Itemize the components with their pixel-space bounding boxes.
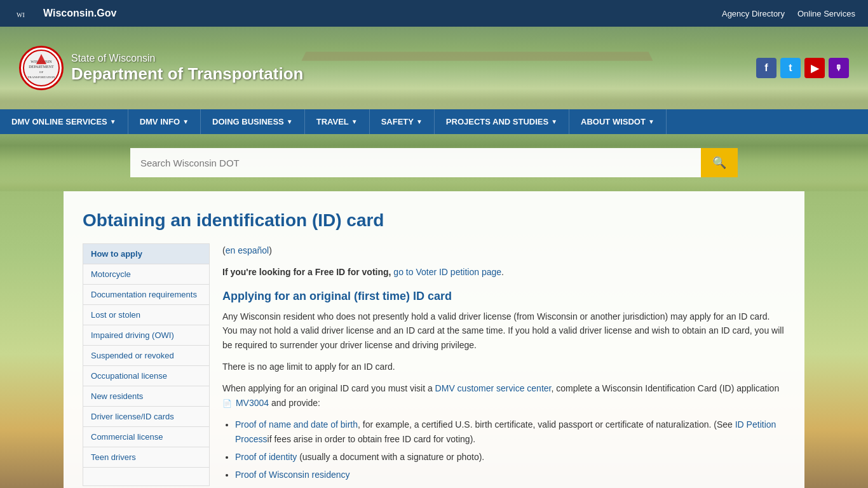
sidebar-item-new-residents[interactable]: New residents <box>83 386 209 407</box>
dmv-customer-service-link[interactable]: DMV customer service center <box>435 383 552 393</box>
facebook-icon[interactable]: f <box>756 58 776 78</box>
sidebar-item-teen-drivers[interactable]: Teen drivers <box>83 447 209 468</box>
nav-doing-business[interactable]: DOING BUSINESS ▼ <box>201 109 305 134</box>
dept-logo: WISCONSIN DEPARTMENT OF TRANSPORTATION S… <box>19 46 303 90</box>
nav-arrow: ▼ <box>351 118 358 125</box>
online-services-link[interactable]: Online Services <box>797 9 855 18</box>
para1: Any Wisconsin resident who does not pres… <box>222 309 785 352</box>
podcast-icon[interactable]: 🎙 <box>829 58 849 78</box>
dept-text: State of Wisconsin Department of Transpo… <box>71 53 303 84</box>
agency-directory-link[interactable]: Agency Directory <box>722 9 785 18</box>
dept-name: Department of Transportation <box>71 64 303 84</box>
nav-arrow: ▼ <box>648 118 654 125</box>
para3-prefix: When applying for an original ID card yo… <box>222 383 433 393</box>
nav-arrow: ▼ <box>182 118 189 125</box>
sidebar-item-lost-stolen[interactable]: Lost or stolen <box>83 305 209 325</box>
sidebar-item-suspended-revoked[interactable]: Suspended or revoked <box>83 346 209 366</box>
proof-name-link[interactable]: Proof of name and date of birth <box>235 419 358 430</box>
para3-middle: , complete a Wisconsin Identification Ca… <box>551 383 779 393</box>
nav-arrow: ▼ <box>416 118 423 125</box>
para3-suffix: and provide: <box>271 398 320 408</box>
requirement-2: Proof of identity (usually a document wi… <box>235 450 785 464</box>
svg-text:WI: WI <box>17 11 25 18</box>
nav-dmv-online-services[interactable]: DMV ONLINE SERVICES ▼ <box>0 109 128 134</box>
wisconsin-gov-logo: WI <box>13 4 38 23</box>
nav-arrow: ▼ <box>551 118 557 125</box>
requirement-1: Proof of name and date of birth, for exa… <box>235 417 785 446</box>
social-icons: f t ▶ 🎙 <box>756 58 849 78</box>
dept-logo-circle: WISCONSIN DEPARTMENT OF TRANSPORTATION <box>19 46 64 90</box>
twitter-icon[interactable]: t <box>780 58 801 78</box>
nav-travel[interactable]: TRAVEL ▼ <box>305 109 370 134</box>
requirement-3: Proof of Wisconsin residency <box>235 468 785 482</box>
sidebar-item-commercial[interactable]: Commercial license <box>83 427 209 447</box>
voter-id-link[interactable]: go to Voter ID petition page <box>393 267 501 277</box>
spanish-link[interactable]: en español <box>226 245 269 255</box>
nav-projects-studies[interactable]: PROJECTS AND STUDIES ▼ <box>435 109 569 134</box>
svg-text:OF: OF <box>39 71 44 74</box>
site-name: Wisconsin.Gov <box>43 8 116 19</box>
sidebar: How to apply Motorcycle Documentation re… <box>83 243 210 486</box>
search-container: 🔍 <box>130 148 738 177</box>
free-id-paragraph: If you're looking for a Free ID for voti… <box>222 265 785 279</box>
sidebar-item-impaired-driving[interactable]: Impaired driving (OWI) <box>83 325 209 346</box>
proof-identity-link[interactable]: Proof of identity <box>235 452 297 462</box>
page-title: Obtaining an identification (ID) card <box>83 210 785 231</box>
youtube-icon[interactable]: ▶ <box>804 58 825 78</box>
main-navigation: DMV ONLINE SERVICES ▼ DMV INFO ▼ DOING B… <box>0 109 868 134</box>
section1-title: Applying for an original (first time) ID… <box>222 290 785 303</box>
sidebar-item-occupational[interactable]: Occupational license <box>83 366 209 386</box>
sidebar-item-motorcycle[interactable]: Motorcycle <box>83 264 209 285</box>
bullet2-suffix: (usually a document with a signature or … <box>299 452 484 462</box>
para3: When applying for an original ID card yo… <box>222 381 785 410</box>
proof-residency-link[interactable]: Proof of Wisconsin residency <box>235 470 350 480</box>
bullet1-suffix2: if fees arise in order to obtain free ID… <box>268 434 476 444</box>
nav-arrow: ▼ <box>110 118 116 125</box>
bullet1-suffix: , for example, a certified U.S. birth ce… <box>358 419 733 430</box>
content-area: Obtaining an identification (ID) card Ho… <box>64 191 804 488</box>
search-button[interactable]: 🔍 <box>701 148 738 177</box>
sidebar-item-driver-license[interactable]: Driver license/ID cards <box>83 407 209 427</box>
nav-safety[interactable]: SAFETY ▼ <box>370 109 435 134</box>
sidebar-item-how-to-apply[interactable]: How to apply <box>83 244 209 264</box>
free-id-notice-text: If you're looking for a Free ID for voti… <box>222 267 391 277</box>
svg-text:DEPARTMENT: DEPARTMENT <box>29 65 54 69</box>
sidebar-item-documentation[interactable]: Documentation requirements <box>83 285 209 305</box>
top-nav-links: Agency Directory Online Services <box>722 9 855 18</box>
mv3004-link[interactable]: MV3004 <box>236 398 269 408</box>
voter-link-suffix: . <box>501 267 504 277</box>
nav-arrow: ▼ <box>287 118 293 125</box>
nav-about-wisdot[interactable]: ABOUT WISDOT ▼ <box>569 109 667 134</box>
para2: There is no age limit to apply for an ID… <box>222 360 785 374</box>
search-input[interactable] <box>130 148 701 177</box>
main-content: (en español) If you're looking for a Fre… <box>222 243 785 486</box>
spanish-link-paragraph: (en español) <box>222 243 785 257</box>
requirements-list: Proof of name and date of birth, for exa… <box>235 417 785 482</box>
nav-dmv-info[interactable]: DMV INFO ▼ <box>128 109 201 134</box>
svg-text:TRANSPORTATION: TRANSPORTATION <box>27 76 55 79</box>
state-name: State of Wisconsin <box>71 53 303 64</box>
form-doc-icon: 📄 <box>222 399 232 408</box>
site-logo-area: WI Wisconsin.Gov <box>13 4 116 23</box>
